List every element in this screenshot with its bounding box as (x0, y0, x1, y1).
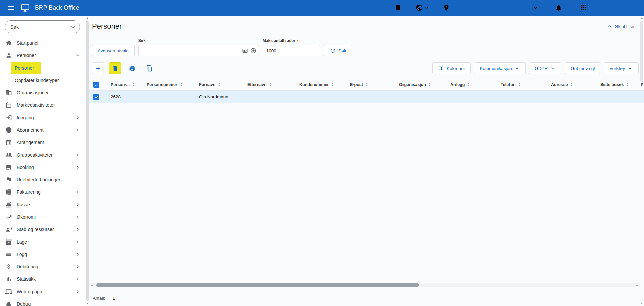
horizontal-scrollbar-thumb[interactable] (96, 283, 419, 287)
scroll-down-arrow-icon[interactable]: ▼ (85, 301, 90, 306)
globe-icon[interactable] (416, 4, 423, 11)
scroll-up-arrow-icon[interactable]: ▲ (85, 16, 90, 20)
column-header-adresse[interactable]: Adresse (548, 82, 598, 87)
apps-grid-icon[interactable] (580, 4, 587, 11)
sidebar-item-debitering[interactable]: Debitering (0, 260, 85, 273)
sidebar-item-markedsaktiviteter[interactable]: Markedsaktiviteter (0, 99, 85, 111)
column-header-person[interactable]: Person-... (108, 82, 144, 87)
sidebar-item-konomi[interactable]: Økonomi (0, 211, 85, 223)
column-header-anlegg[interactable]: Anlegg (448, 82, 498, 87)
bell-icon[interactable] (555, 4, 562, 11)
max-rows-input[interactable] (263, 45, 320, 56)
chevron-right-icon (75, 251, 81, 257)
main-scrollbar[interactable]: ▲ ▼ (640, 16, 644, 306)
delete-button[interactable] (109, 62, 121, 74)
sidebar-item-inngang[interactable]: Inngang (0, 111, 85, 124)
sidebar-item-logg[interactable]: Logg (0, 248, 85, 260)
column-header-personnummer[interactable]: Personnummer (144, 82, 196, 87)
advanced-selection-button[interactable]: Avansert utvalg (92, 45, 135, 56)
sort-icon[interactable] (268, 82, 273, 87)
sidebar-item-debug[interactable]: Debug (0, 298, 85, 306)
sort-icon[interactable] (625, 82, 630, 87)
sidebar-item-label: Startpanel (17, 40, 38, 46)
kommunikasjon-button[interactable]: Kommunikasjon (474, 62, 526, 74)
copy-icon (146, 65, 153, 72)
column-header-organisasjon[interactable]: Organisasjon (396, 82, 448, 87)
scroll-left-arrow-icon[interactable]: ◄ (89, 283, 94, 287)
sidebar-item-organisasjoner[interactable]: Organisasjoner (0, 86, 85, 99)
sidebar-scrollbar[interactable]: ▲ ▼ (85, 16, 89, 306)
toolbar-right: KolonnerKommunikasjonGDPRGet mov sqlVerk… (432, 62, 639, 74)
column-header-label: Organisasjon (399, 82, 426, 87)
add-circle-icon[interactable] (250, 48, 256, 54)
column-header-kundenummer[interactable]: Kundenummer (297, 82, 347, 87)
print-button[interactable] (126, 62, 139, 74)
sort-icon[interactable] (466, 82, 471, 87)
sort-icon[interactable] (427, 82, 432, 87)
scrollbar-thumb[interactable] (640, 21, 643, 82)
column-header-siste-bes-k[interactable]: Siste besøk (598, 82, 638, 87)
trending-up-icon (5, 214, 12, 220)
print-icon (129, 65, 136, 72)
search-input[interactable] (138, 45, 259, 56)
horizontal-scrollbar[interactable]: ◄ ► (89, 283, 640, 287)
sidebar-item-arrangement[interactable]: Arrangement (0, 136, 85, 148)
copy-button[interactable] (143, 62, 156, 74)
chevron-down-icon[interactable] (532, 4, 539, 11)
column-header-etternavn[interactable]: Etternavn (245, 82, 297, 87)
sidebar-item-kasse[interactable]: Kasse (0, 198, 85, 211)
sort-icon[interactable] (179, 82, 184, 87)
sidebar-item-fakturering[interactable]: Fakturering (0, 186, 85, 198)
sidebar-item-statistikk[interactable]: Statistikk (0, 273, 85, 285)
sort-icon[interactable] (217, 82, 222, 87)
location-pin-icon[interactable] (443, 4, 450, 11)
receipt-icon (5, 189, 12, 195)
sort-icon[interactable] (131, 82, 136, 87)
add-button[interactable] (92, 62, 104, 74)
sidebar-item-label: Booking (17, 165, 34, 170)
select-all-checkbox[interactable] (93, 82, 99, 88)
scrollbar-thumb[interactable] (86, 21, 89, 301)
scroll-up-arrow-icon[interactable]: ▲ (640, 16, 644, 20)
sort-icon[interactable] (569, 82, 574, 87)
sidebar-item-abonnement[interactable]: Abonnement (0, 124, 85, 136)
search-button[interactable]: Søk (324, 45, 352, 56)
verkt-y-button[interactable]: Verktøy (604, 62, 639, 74)
sidebar-item-startpanel[interactable]: Startpanel (0, 37, 85, 49)
chevron-right-icon (75, 202, 81, 208)
sidebar-item-label: Kasse (17, 202, 30, 207)
sidebar-item-stab-og-ressurser[interactable]: Stab og ressurser (0, 223, 85, 235)
column-header-label: Telefon (501, 82, 516, 87)
sidebar-item-web-og-app[interactable]: Web og app (0, 285, 85, 298)
column-header-e-post[interactable]: E-post (347, 82, 396, 87)
hamburger-menu-icon[interactable] (7, 4, 15, 12)
sidebar-item-gruppeaktiviteter[interactable]: Gruppeaktiviteter (0, 148, 85, 161)
sort-icon[interactable] (364, 82, 369, 87)
flag-icon (5, 176, 12, 183)
column-header-telefon[interactable]: Telefon (498, 82, 548, 87)
chevron-right-icon (75, 189, 81, 195)
sidebar-item-booking[interactable]: Booking (0, 161, 85, 173)
row-checkbox[interactable] (93, 94, 99, 100)
sidebar-item-lager[interactable]: Lager (0, 235, 85, 248)
bookmark-icon[interactable] (394, 4, 402, 11)
chevron-down-icon[interactable] (424, 5, 429, 10)
scroll-right-arrow-icon[interactable]: ► (635, 283, 640, 287)
column-header-fornavn[interactable]: Fornavn (196, 82, 245, 87)
scroll-down-arrow-icon[interactable]: ▼ (640, 301, 644, 306)
table-row[interactable]: 2628Ola Nordmann (89, 91, 644, 103)
sidebar-subitem-oppdater-kundetyper[interactable]: Oppdater kundetyper (0, 74, 85, 86)
sidebar-search-select[interactable]: Søk (5, 20, 80, 33)
kolonner-button[interactable]: Kolonner (432, 62, 471, 74)
sort-icon[interactable] (330, 82, 335, 87)
get-mov-sql-button[interactable]: Get mov sql (565, 62, 600, 74)
sidebar-subitem-personer[interactable]: Personer (0, 61, 85, 74)
hide-filter-toggle[interactable]: Skjul filter (607, 23, 635, 29)
card-reader-icon[interactable] (242, 48, 248, 54)
sort-icon[interactable] (517, 82, 522, 87)
sidebar-item-personer[interactable]: Personer (0, 49, 85, 61)
gdpr-button[interactable]: GDPR (529, 62, 561, 74)
sidebar-item-udebiterte-bookinger[interactable]: Udebiterte bookinger (0, 173, 85, 186)
inventory-icon (5, 238, 12, 245)
bar-chart-icon (5, 276, 12, 282)
